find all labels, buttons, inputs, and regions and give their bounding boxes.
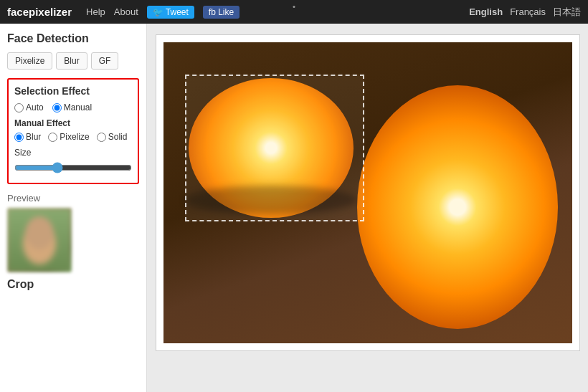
solid-radio-label[interactable]: Solid — [97, 132, 128, 142]
tweet-button[interactable]: 🐦 Tweet — [147, 6, 194, 19]
solid-effect-radio[interactable] — [97, 133, 106, 142]
manual-radio-label[interactable]: Manual — [52, 102, 92, 113]
language-selector: English Français 日本語 — [469, 6, 581, 19]
blur-effect-radio[interactable] — [14, 133, 24, 142]
effect-button-group: Pixelize Blur GF — [7, 52, 139, 70]
crop-title: Crop — [7, 278, 139, 291]
main-image-area — [147, 24, 588, 392]
pixelize-effect-radio[interactable] — [48, 133, 57, 142]
top-navigation: facepixelizer Help About 🐦 Tweet fb Like… — [0, 0, 588, 24]
manual-effect-radio-row: Blur Pixelize Solid — [14, 132, 132, 142]
auto-radio-label[interactable]: Auto — [14, 102, 44, 113]
selection-effect-title: Selection Effect — [14, 85, 132, 97]
selection-effect-box: Selection Effect Auto Manual Manual Effe… — [7, 78, 139, 184]
pixelize-button[interactable]: Pixelize — [7, 52, 52, 70]
pixelize-radio-label[interactable]: Pixelize — [48, 132, 89, 142]
preview-image — [7, 208, 72, 272]
blur-radio-label[interactable]: Blur — [14, 132, 41, 142]
preview-title: Preview — [7, 193, 139, 204]
nav-dot — [293, 6, 295, 8]
gf-button[interactable]: GF — [91, 52, 119, 70]
crop-section: Crop — [7, 278, 139, 291]
size-label: Size — [14, 148, 132, 158]
size-slider-container — [14, 161, 132, 177]
orange-left-shadow — [185, 186, 357, 214]
auto-radio[interactable] — [14, 103, 24, 113]
lang-english[interactable]: English — [469, 6, 503, 17]
main-layout: Face Detection Pixelize Blur GF Selectio… — [0, 24, 588, 392]
orange-right-half — [357, 85, 558, 329]
about-link[interactable]: About — [114, 6, 138, 17]
sidebar: Face Detection Pixelize Blur GF Selectio… — [0, 24, 147, 392]
lang-french[interactable]: Français — [510, 6, 546, 17]
blur-button[interactable]: Blur — [56, 52, 87, 70]
help-link[interactable]: Help — [86, 6, 105, 17]
manual-radio[interactable] — [52, 103, 62, 113]
lang-japanese[interactable]: 日本語 — [553, 6, 581, 19]
preview-face — [7, 208, 72, 272]
size-slider[interactable] — [14, 162, 132, 173]
brand-logo: facepixelizer — [7, 6, 72, 18]
preview-section: Preview — [7, 193, 139, 272]
facebook-like-button[interactable]: fb Like — [203, 6, 240, 19]
manual-effect-title: Manual Effect — [14, 118, 132, 128]
twitter-icon: 🐦 — [153, 7, 163, 17]
auto-manual-radio-row: Auto Manual — [14, 102, 132, 113]
image-frame — [156, 34, 580, 351]
face-detection-title: Face Detection — [7, 32, 139, 45]
orange-image[interactable] — [163, 42, 572, 343]
